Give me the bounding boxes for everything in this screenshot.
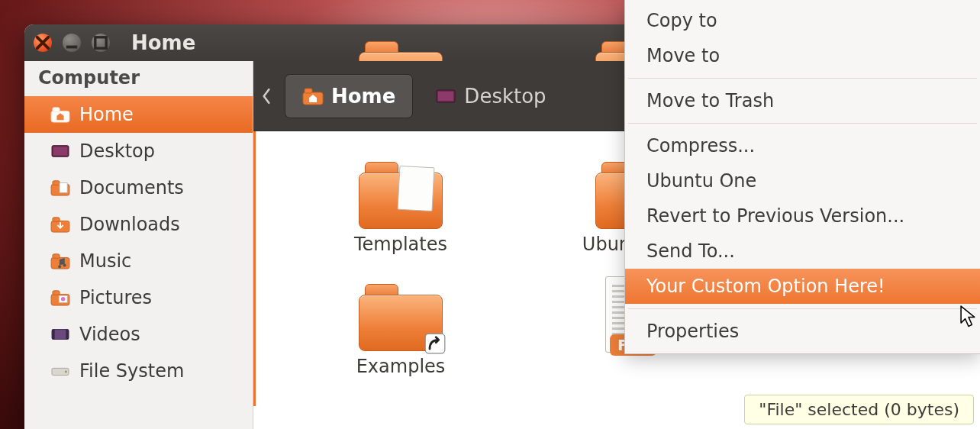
- ctx-separator: [628, 123, 977, 124]
- svg-rect-5: [438, 92, 453, 101]
- folder-icon: [359, 284, 443, 351]
- sidebar-item-label: Videos: [79, 324, 140, 345]
- svg-rect-23: [66, 330, 69, 340]
- ctx-revert[interactable]: Revert to Previous Version...: [625, 198, 980, 234]
- ctx-copy-to[interactable]: Copy to: [625, 3, 980, 38]
- ctx-custom-option[interactable]: Your Custom Option Here!: [625, 269, 980, 304]
- downloads-folder-icon: [50, 216, 70, 233]
- window-minimize-button[interactable]: [63, 34, 81, 52]
- svg-rect-16: [53, 254, 60, 259]
- sidebar-item-desktop[interactable]: Desktop: [24, 133, 253, 169]
- ctx-properties[interactable]: Properties: [625, 314, 980, 349]
- ctx-move-to[interactable]: Move to: [625, 38, 980, 73]
- svg-rect-3: [305, 89, 312, 93]
- ctx-separator: [628, 308, 977, 309]
- sidebar-section-header: Computer: [24, 61, 253, 96]
- ctx-send-to[interactable]: Send To...: [625, 234, 980, 269]
- ctx-item-label: Move to: [646, 45, 720, 66]
- ctx-move-to-trash[interactable]: Move to Trash: [625, 83, 980, 118]
- svg-point-25: [65, 370, 67, 373]
- grid-item-templates[interactable]: Templates: [286, 162, 515, 255]
- statusbar: "File" selected (0 bytes): [744, 395, 974, 424]
- mouse-cursor-icon: [960, 305, 977, 328]
- sidebar-item-home[interactable]: Home: [24, 96, 253, 133]
- documents-folder-icon: [50, 179, 70, 196]
- home-folder-icon: [302, 87, 324, 105]
- sidebar-item-downloads[interactable]: Downloads: [24, 206, 253, 243]
- grid-item-label: Templates: [286, 234, 515, 255]
- svg-rect-9: [53, 147, 67, 156]
- context-menu: Copy to Move to Move to Trash Compress..…: [624, 0, 980, 354]
- sidebar-item-label: File System: [79, 360, 184, 382]
- grid-item-examples[interactable]: Examples: [286, 284, 515, 377]
- drive-icon: [50, 363, 70, 379]
- path-back-button[interactable]: [253, 79, 279, 114]
- svg-rect-14: [53, 218, 60, 222]
- sidebar-item-label: Music: [79, 250, 131, 272]
- grid-item-label: Examples: [286, 356, 515, 377]
- folder-icon: [359, 162, 443, 229]
- sidebar-item-music[interactable]: Music: [24, 243, 253, 279]
- videos-folder-icon: [50, 326, 70, 343]
- sidebar: Computer Home Desktop Documents: [24, 61, 253, 429]
- path-segment-home[interactable]: Home: [285, 75, 412, 118]
- window-maximize-button[interactable]: [92, 34, 110, 52]
- svg-point-20: [61, 297, 66, 302]
- svg-rect-0: [66, 46, 77, 49]
- ctx-ubuntu-one[interactable]: Ubuntu One: [625, 163, 980, 198]
- sidebar-item-documents[interactable]: Documents: [24, 169, 253, 206]
- sidebar-item-label: Pictures: [79, 287, 152, 308]
- ctx-item-label: Your Custom Option Here!: [646, 276, 885, 297]
- ctx-item-label: Compress...: [646, 135, 755, 156]
- sidebar-item-label: Documents: [79, 177, 184, 198]
- path-segment-desktop[interactable]: Desktop: [418, 75, 563, 118]
- window-close-button[interactable]: [34, 34, 52, 52]
- pictures-folder-icon: [50, 289, 70, 306]
- ctx-compress[interactable]: Compress...: [625, 128, 980, 163]
- path-segment-label: Desktop: [464, 85, 546, 108]
- shortcut-arrow-icon: [424, 333, 446, 354]
- path-segment-label: Home: [331, 85, 395, 108]
- ctx-item-label: Send To...: [646, 240, 735, 262]
- ctx-item-label: Properties: [646, 321, 739, 342]
- svg-rect-27: [425, 334, 445, 353]
- svg-rect-12: [60, 183, 67, 193]
- svg-rect-11: [53, 181, 60, 185]
- sidebar-item-pictures[interactable]: Pictures: [24, 279, 253, 316]
- sidebar-item-label: Home: [79, 104, 134, 125]
- svg-rect-18: [53, 291, 60, 295]
- desktop-icon: [50, 143, 70, 160]
- ctx-item-label: Revert to Previous Version...: [646, 205, 904, 227]
- window-title: Home: [131, 31, 195, 54]
- svg-rect-7: [53, 108, 60, 112]
- sidebar-item-label: Desktop: [79, 140, 155, 162]
- ctx-item-label: Move to Trash: [646, 90, 774, 111]
- sidebar-item-label: Downloads: [79, 214, 180, 235]
- sidebar-item-filesystem[interactable]: File System: [24, 353, 253, 389]
- home-folder-icon: [50, 106, 70, 123]
- music-folder-icon: [50, 253, 70, 269]
- ctx-separator: [628, 78, 977, 79]
- ctx-item-label: Ubuntu One: [646, 170, 756, 192]
- statusbar-text: "File" selected (0 bytes): [759, 400, 959, 419]
- sidebar-item-videos[interactable]: Videos: [24, 316, 253, 353]
- ctx-item-label: Copy to: [646, 10, 717, 31]
- svg-rect-22: [52, 330, 55, 340]
- desktop-icon: [435, 87, 456, 105]
- svg-rect-1: [95, 37, 106, 48]
